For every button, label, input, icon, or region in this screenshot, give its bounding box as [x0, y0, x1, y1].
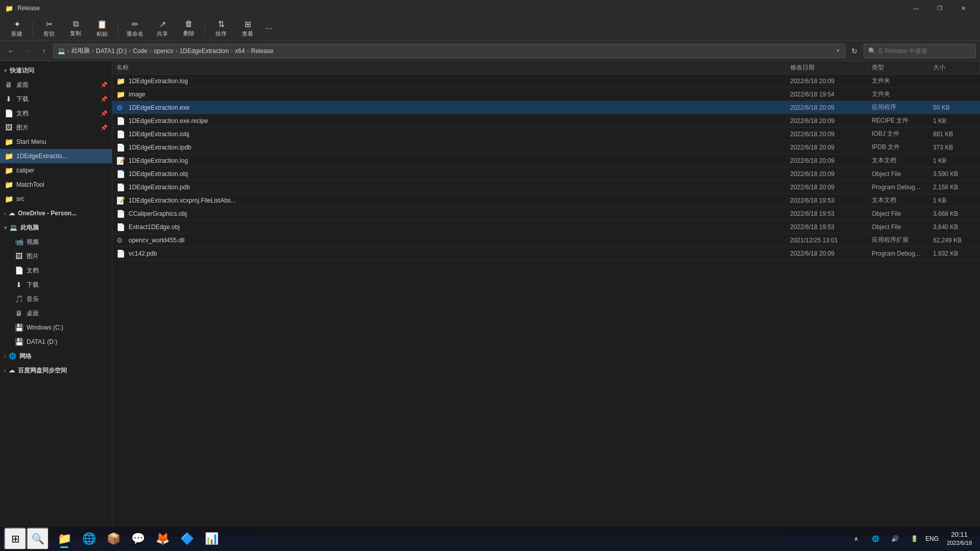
sidebar-item-pictures2[interactable]: 🖼 图片 — [0, 249, 112, 263]
file-row[interactable]: 📄 vc142.pdb 2022/6/18 20:09 Program Debu… — [112, 247, 980, 260]
more-button[interactable]: ··· — [261, 22, 276, 35]
taskbar-ppt[interactable]: 📊 — [200, 528, 223, 550]
breadcrumb-thispc[interactable]: 此电脑 — [71, 46, 90, 55]
file-row[interactable]: 📄 1DEdgeExtraction.exe.recipe 2022/6/18 … — [112, 114, 980, 128]
sidebar-item-downloads[interactable]: ⬇ 下载 📌 — [0, 92, 112, 106]
delete-icon: 🗑 — [185, 19, 193, 29]
file-row[interactable]: ⚙ 1DEdgeExtraction.exe 2022/6/18 20:09 应… — [112, 101, 980, 114]
file-name-text: 1DEdgeExtraction.log — [129, 78, 188, 85]
paste-button[interactable]: 📋 粘贴 — [89, 18, 115, 39]
copy-label: 复制 — [70, 30, 81, 37]
file-row[interactable]: 📝 1DEdgeExtraction.vcxproj.FileListAbs..… — [112, 194, 980, 207]
ppt-icon: 📊 — [205, 532, 218, 545]
up-button[interactable]: ↑ — [37, 44, 51, 58]
systray-battery[interactable]: 🔋 — [906, 531, 922, 547]
window-controls: — ❐ ✕ — [904, 0, 975, 16]
search-input[interactable] — [879, 47, 971, 55]
taskbar-file-explorer[interactable]: 📁 — [53, 528, 76, 550]
breadcrumb-data1[interactable]: DATA1 (D:) — [96, 47, 127, 55]
copy-button[interactable]: ⧉ 复制 — [63, 18, 88, 39]
file-type: 文本文档 — [868, 196, 929, 205]
sidebar-item-desktop[interactable]: 🖥 桌面 📌 — [0, 78, 112, 92]
breadcrumb-code[interactable]: Code — [133, 47, 148, 55]
file-row[interactable]: 📄 CCaliperGraphics.obj 2022/6/18 19:53 O… — [112, 207, 980, 220]
start-button[interactable]: ⊞ — [4, 528, 27, 550]
file-name-text: 1DEdgeExtraction.exe.recipe — [129, 117, 208, 124]
cut-icon: ✂ — [46, 19, 53, 29]
file-name: 📄 1DEdgeExtraction.obj — [112, 170, 786, 178]
taskbar-store[interactable]: 📦 — [102, 528, 125, 550]
matchtool-icon: 📁 — [4, 181, 13, 189]
caliper-icon: 📁 — [4, 166, 13, 174]
file-date: 2022/6/18 20:09 — [786, 144, 868, 151]
share-button[interactable]: ↗ 共享 — [150, 18, 175, 39]
file-date: 2021/12/25 13:01 — [786, 237, 868, 244]
file-row[interactable]: ⚙ opencv_world455.dll 2021/12/25 13:01 应… — [112, 234, 980, 247]
maximize-button[interactable]: ❐ — [928, 0, 951, 16]
cut-button[interactable]: ✂ 剪切 — [36, 18, 62, 39]
file-row[interactable]: 📁 image 2022/6/18 19:54 文件夹 — [112, 88, 980, 101]
col-header-size[interactable]: 大小 — [929, 61, 980, 74]
rename-label: 重命名 — [127, 30, 143, 38]
file-row[interactable]: 📄 1DEdgeExtraction.iobj 2022/6/18 20:09 … — [112, 128, 980, 141]
file-row[interactable]: 📁 1DEdgeExtraction.log 2022/6/18 20:09 文… — [112, 74, 980, 88]
file-row[interactable]: 📄 1DEdgeExtraction.ipdb 2022/6/18 20:09 … — [112, 141, 980, 154]
breadcrumb-1deedge[interactable]: 1DEdgeExtraction — [180, 47, 229, 55]
file-type: 应用程序扩展 — [868, 236, 929, 244]
back-button[interactable]: ← — [4, 44, 18, 58]
file-row[interactable]: 📄 1DEdgeExtraction.pdb 2022/6/18 20:09 P… — [112, 181, 980, 194]
breadcrumb-opencv[interactable]: opencv — [154, 47, 174, 55]
taskbar: ⊞ 🔍 📁 🌐 📦 💬 🦊 🔷 📊 ∧ 🌐 🔊 🔋 — [0, 527, 980, 551]
systray-sound[interactable]: 🔊 — [887, 531, 903, 547]
sidebar-network-header[interactable]: › 🌐 网络 — [0, 349, 112, 363]
taskbar-vs[interactable]: 🔷 — [176, 528, 198, 550]
sidebar-item-docs2[interactable]: 📄 文档 — [0, 263, 112, 278]
sidebar-item-caliper[interactable]: 📁 caliper — [0, 163, 112, 178]
sidebar-baidu-header[interactable]: › ☁ 百度网盘同步空间 — [0, 363, 112, 378]
search-bar[interactable]: 🔍 — [864, 44, 976, 58]
breadcrumb-x64[interactable]: x64 — [235, 47, 244, 55]
file-row[interactable]: 📄 1DEdgeExtraction.obj 2022/6/18 20:09 O… — [112, 167, 980, 181]
file-name: 📄 vc142.pdb — [112, 249, 786, 258]
sidebar-item-1dedge[interactable]: 📁 1DEdgeExtractio... — [0, 149, 112, 163]
sidebar-item-src[interactable]: 📁 src — [0, 192, 112, 206]
sidebar-onedrive-header[interactable]: › ☁ OneDrive - Person... — [0, 206, 112, 220]
minimize-button[interactable]: — — [904, 0, 928, 16]
taskbar-firefox[interactable]: 🦊 — [151, 528, 174, 550]
new-button[interactable]: ✦ 新建 — [4, 18, 30, 39]
sidebar-item-winc[interactable]: 💾 Windows (C:) — [0, 320, 112, 335]
rename-button[interactable]: ✏ 重命名 — [121, 18, 149, 39]
forward-button[interactable]: → — [20, 44, 35, 58]
sidebar-item-desktop2[interactable]: 🖥 桌面 — [0, 306, 112, 320]
breadcrumb-bar[interactable]: 💻 › 此电脑 › DATA1 (D:) › Code › opencv › 1… — [53, 44, 845, 58]
taskbar-search-button[interactable]: 🔍 — [27, 528, 49, 550]
sort-button[interactable]: ⇅ 排序 — [208, 18, 234, 39]
view-button[interactable]: ⊞ 查看 — [235, 18, 260, 39]
sidebar-item-music[interactable]: 🎵 音乐 — [0, 292, 112, 306]
breadcrumb-dropdown[interactable]: ▼ — [836, 48, 841, 54]
systray-network[interactable]: 🌐 — [867, 531, 884, 547]
sidebar-item-startmenu[interactable]: 📁 Start Menu — [0, 135, 112, 149]
sidebar-item-videos[interactable]: 📹 视频 — [0, 235, 112, 249]
file-row[interactable]: 📄 Extract1DEdge.obj 2022/6/18 19:53 Obje… — [112, 220, 980, 234]
delete-button[interactable]: 🗑 删除 — [176, 18, 202, 39]
taskbar-browser[interactable]: 🌐 — [78, 528, 100, 550]
refresh-button[interactable]: ↻ — [847, 44, 862, 58]
sidebar-item-pictures[interactable]: 🖼 图片 📌 — [0, 120, 112, 135]
col-header-name[interactable]: 名称 — [112, 61, 786, 74]
sidebar-quick-access-header[interactable]: ▾ 快速访问 — [0, 63, 112, 78]
sidebar-item-matchtool[interactable]: 📁 MatchTool — [0, 178, 112, 192]
clock[interactable]: 20:11 2022/6/18 — [943, 529, 976, 548]
sidebar-item-documents[interactable]: 📄 文档 📌 — [0, 106, 112, 120]
systray-expand[interactable]: ∧ — [848, 531, 864, 547]
file-row[interactable]: 📝 1DEdgeExtraction.log 2022/6/18 20:09 文… — [112, 154, 980, 167]
sidebar-item-dl2[interactable]: ⬇ 下载 — [0, 278, 112, 292]
col-header-date[interactable]: 修改日期 — [786, 61, 868, 74]
close-button[interactable]: ✕ — [951, 0, 975, 16]
col-header-type[interactable]: 类型 — [868, 61, 929, 74]
taskbar-chat[interactable]: 💬 — [127, 528, 149, 550]
clock-time: 20:11 — [947, 530, 972, 539]
sidebar-item-data1[interactable]: 💾 DATA1 (D:) — [0, 335, 112, 349]
sidebar-thispc-header[interactable]: ▾ 💻 此电脑 — [0, 220, 112, 235]
breadcrumb-release[interactable]: Release — [251, 47, 274, 55]
